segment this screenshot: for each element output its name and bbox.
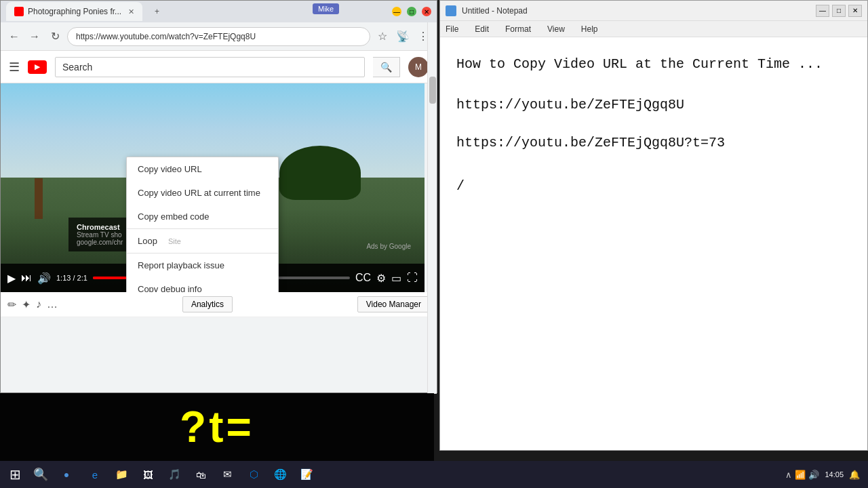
more-tools-icon[interactable]: …: [47, 298, 58, 310]
address-bar: ← → ↻ https://www.youtube.com/watch?v=Ze…: [1, 22, 437, 51]
notepad-menu: File Edit Format View Help: [440, 21, 867, 37]
mail-icon: ✉: [223, 468, 232, 481]
fence-element: [35, 178, 43, 219]
scrollbar[interactable]: [427, 22, 437, 394]
maximize-button[interactable]: □: [407, 7, 416, 16]
taskbar-search[interactable]: 🔍: [28, 462, 53, 487]
browser-window: Photographing Ponies fr... ✕ + Mike — □ …: [0, 0, 437, 393]
taskbar-ie[interactable]: e: [83, 462, 107, 487]
settings-button[interactable]: ⚙: [376, 272, 386, 285]
minimize-button[interactable]: —: [392, 7, 401, 16]
scroll-thumb[interactable]: [429, 77, 436, 104]
clock[interactable]: 14:05: [825, 470, 844, 479]
notepad-titlebar: Untitled - Notepad — □ ✕: [440, 1, 867, 21]
loop-item[interactable]: Loop Site: [127, 229, 278, 253]
notepad-slash: /: [456, 173, 851, 200]
taskbar-chrome[interactable]: 🌐: [268, 462, 292, 487]
subtitles-button[interactable]: CC: [355, 272, 371, 285]
context-menu: Copy video URL Copy video URL at current…: [126, 157, 279, 292]
copy-debug-item[interactable]: Copy debug info: [127, 277, 278, 292]
windows-icon: ⊞: [9, 466, 21, 483]
youtube-header: ☰ ▶ 🔍 M: [1, 51, 437, 83]
expand-tray-icon[interactable]: ∧: [785, 470, 792, 480]
edit-menu[interactable]: Edit: [472, 23, 492, 35]
close-button[interactable]: ✕: [422, 7, 431, 16]
notepad-maximize-button[interactable]: □: [832, 5, 846, 17]
chrome-icon: 🌐: [274, 468, 287, 481]
copy-embed-code-item[interactable]: Copy embed code: [127, 205, 278, 228]
analytics-button[interactable]: Analytics: [182, 296, 233, 312]
taskbar-cortana[interactable]: ●: [54, 462, 79, 487]
search-input[interactable]: [55, 57, 365, 77]
taskbar-notepad[interactable]: 📝: [294, 462, 319, 487]
close-tab-icon[interactable]: ✕: [128, 7, 134, 16]
video-area[interactable]: Copy video URL Copy video URL at current…: [1, 83, 425, 292]
view-menu[interactable]: View: [545, 23, 568, 35]
fullscreen-button[interactable]: ⛶: [407, 272, 418, 285]
inactive-tab[interactable]: +: [146, 2, 167, 21]
tab-title: Photographing Ponies fr...: [28, 7, 121, 16]
taskbar: ⊞ 🔍 ● e 📁 🖼 🎵 🛍 ✉ ⬡ 🌐 📝 ∧ 📶 🔊 14:05 🔔: [0, 461, 868, 488]
help-menu[interactable]: Help: [578, 23, 601, 35]
video-manager-button[interactable]: Video Manager: [357, 296, 430, 312]
time-display: 14:05: [825, 470, 844, 479]
notepad-controls: — □ ✕: [816, 5, 862, 17]
folder-icon: 📁: [115, 468, 128, 481]
mike-badge: Mike: [313, 3, 339, 14]
file-menu[interactable]: File: [443, 23, 461, 35]
taskbar-photos[interactable]: 🖼: [136, 462, 160, 487]
yt-favicon-icon: [14, 7, 24, 16]
url-input[interactable]: https://www.youtube.com/watch?v=ZeFTEjQg…: [67, 27, 370, 46]
avatar[interactable]: M: [408, 57, 429, 77]
taskbar-music[interactable]: 🎵: [162, 462, 186, 487]
music-icon[interactable]: ♪: [36, 298, 41, 310]
forward-button[interactable]: →: [26, 28, 43, 45]
overlay-text: ?t=: [180, 402, 254, 452]
youtube-logo[interactable]: ▶: [28, 60, 47, 74]
back-button[interactable]: ←: [6, 28, 22, 45]
active-tab[interactable]: Photographing Ponies fr... ✕: [6, 2, 142, 21]
volume-button[interactable]: 🔊: [37, 272, 51, 285]
notification-icon[interactable]: 🔔: [849, 470, 860, 480]
network-icon[interactable]: 📶: [795, 470, 806, 480]
search-button[interactable]: 🔍: [373, 57, 400, 77]
notepad-icon: [446, 5, 456, 16]
taskbar-folder[interactable]: 📁: [109, 462, 134, 487]
format-menu[interactable]: Format: [502, 23, 534, 35]
below-video-bar: ✏ ✦ ♪ … Analytics Video Manager: [1, 292, 437, 317]
play-button[interactable]: ▶: [7, 272, 16, 285]
notepad-heading: How to Copy Video URL at the Current Tim…: [456, 51, 851, 78]
hamburger-icon[interactable]: ☰: [9, 60, 20, 75]
store-icon: 🛍: [196, 469, 206, 481]
skip-button[interactable]: ⏭: [21, 272, 32, 284]
reload-button[interactable]: ↻: [47, 28, 63, 45]
report-playback-item[interactable]: Report playback issue: [127, 253, 278, 277]
cast-button[interactable]: 📡: [395, 28, 411, 45]
trees-element: [279, 146, 361, 200]
ie-icon: e: [92, 469, 98, 481]
notepad-window: Untitled - Notepad — □ ✕ File Edit Forma…: [439, 0, 868, 451]
star-button[interactable]: ☆: [374, 28, 391, 45]
start-button[interactable]: ⊞: [3, 462, 27, 487]
copy-video-url-time-item[interactable]: Copy video URL at current time: [127, 181, 278, 205]
ads-by-label: Ads by Google: [366, 243, 411, 250]
taskbar-store[interactable]: 🛍: [189, 462, 213, 487]
notepad-minimize-button[interactable]: —: [816, 5, 829, 17]
taskbar-mail[interactable]: ✉: [215, 462, 239, 487]
notepad-close-button[interactable]: ✕: [848, 5, 862, 17]
site-label: Site: [168, 237, 181, 245]
notepad-taskbar-icon: 📝: [300, 468, 313, 481]
photos-icon: 🖼: [143, 469, 153, 481]
magic-icon[interactable]: ✦: [22, 298, 31, 311]
right-controls: CC ⚙ ▭ ⛶: [355, 272, 418, 285]
volume-icon[interactable]: 🔊: [808, 470, 819, 480]
theater-button[interactable]: ▭: [391, 272, 401, 285]
edge-icon: ⬡: [250, 468, 258, 481]
notepad-content: How to Copy Video URL at the Current Tim…: [440, 37, 867, 214]
taskbar-right: ∧ 📶 🔊 14:05 🔔: [785, 470, 865, 480]
notepad-url2: https://youtu.be/ZeFTEjQgq8U?t=73: [456, 129, 851, 157]
pencil-icon[interactable]: ✏: [7, 298, 16, 311]
copy-video-url-item[interactable]: Copy video URL: [127, 157, 278, 181]
system-tray: ∧ 📶 🔊: [785, 470, 819, 480]
taskbar-edge[interactable]: ⬡: [241, 462, 266, 487]
